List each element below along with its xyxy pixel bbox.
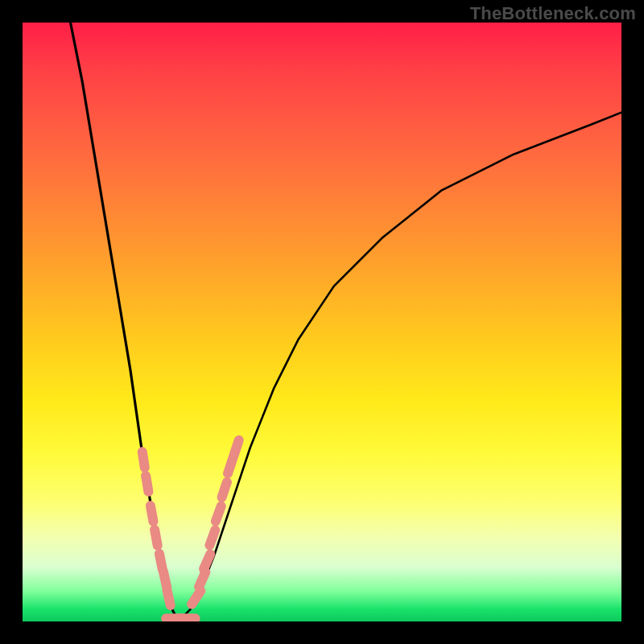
- watermark-text: TheBottleneck.com: [470, 3, 636, 24]
- marker-13: [209, 530, 215, 545]
- marker-11: [199, 572, 205, 587]
- marker-0: [142, 452, 145, 468]
- marker-14: [216, 506, 221, 522]
- marker-12: [204, 554, 210, 568]
- curve-left-branch: [71, 23, 179, 621]
- marker-1: [146, 476, 148, 492]
- marker-6: [167, 589, 170, 605]
- curve-right-branch: [178, 113, 621, 621]
- marker-2: [151, 506, 154, 522]
- marker-17: [233, 440, 238, 456]
- marker-10: [192, 591, 200, 605]
- marker-15: [222, 482, 227, 497]
- marker-3: [155, 530, 158, 546]
- marker-16: [228, 458, 233, 473]
- bottleneck-curve: [23, 23, 621, 621]
